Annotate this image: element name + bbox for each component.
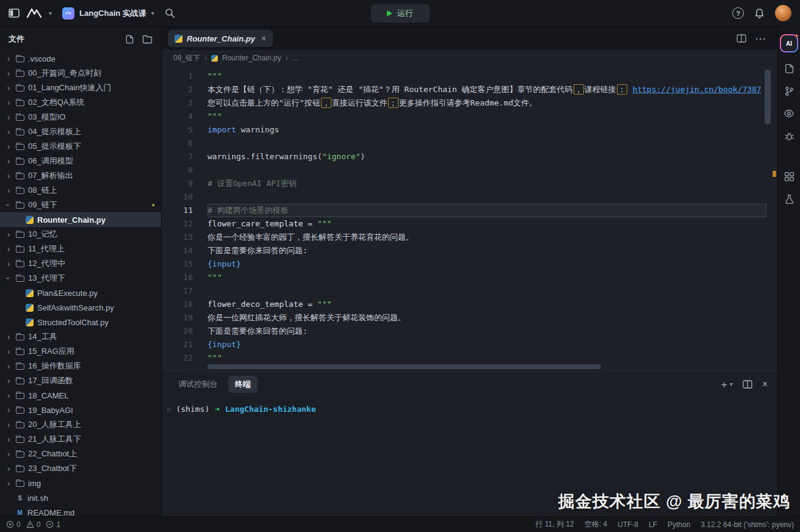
- code-editor[interactable]: 1"""2本文件是【链（下）：想学 "育花" 还是 "插花"？用 RouterC…: [162, 66, 777, 371]
- tree-folder-19_BabyAGI[interactable]: ›19_BabyAGI: [0, 403, 161, 417]
- code-line-4[interactable]: 4""": [162, 110, 777, 123]
- chevron-right-icon[interactable]: ›: [5, 464, 12, 473]
- tree-folder-05_提示模板下[interactable]: ›05_提示模板下: [0, 139, 161, 154]
- code-line-22[interactable]: 22""": [162, 351, 777, 365]
- tree-folder-20_人脉工具上[interactable]: ›20_人脉工具上: [0, 417, 161, 432]
- new-terminal-icon[interactable]: +: [721, 379, 727, 390]
- tree-folder-23_Chatbot下[interactable]: ›23_Chatbot下: [0, 461, 161, 476]
- user-avatar[interactable]: [775, 5, 791, 21]
- chevron-right-icon[interactable]: ›: [5, 435, 12, 444]
- chevron-right-icon[interactable]: ›: [5, 362, 12, 370]
- indentation-setting[interactable]: 空格: 4: [585, 519, 607, 530]
- tree-file-StructedToolChat.py[interactable]: ›StructedToolChat.py: [0, 315, 161, 329]
- tree-folder-08_链上[interactable]: ›08_链上: [0, 183, 161, 198]
- tree-folder-03_模型IO[interactable]: ›03_模型IO: [0, 110, 161, 124]
- code-line-17[interactable]: 17: [162, 284, 777, 298]
- split-panel-icon[interactable]: [743, 380, 752, 389]
- tree-folder-img[interactable]: ›img: [0, 476, 161, 491]
- tree-folder-18_CAMEL[interactable]: ›18_CAMEL: [0, 388, 161, 403]
- panel-tab-调试控制台[interactable]: 调试控制台: [171, 376, 225, 393]
- git-branch-icon[interactable]: [782, 84, 796, 98]
- breadcrumb-item[interactable]: ...: [292, 54, 298, 62]
- tree-folder-06_调用模型[interactable]: ›06_调用模型: [0, 154, 161, 168]
- tree-folder-16_操作数据库[interactable]: ›16_操作数据库: [0, 359, 161, 373]
- vertical-scrollbar[interactable]: [765, 68, 771, 362]
- tree-folder-15_RAG应用[interactable]: ›15_RAG应用: [0, 344, 161, 359]
- python-interpreter[interactable]: 3.12.2 64-bit ('shims': pyenv): [701, 520, 794, 529]
- tree-folder-12_代理中[interactable]: ›12_代理中: [0, 256, 161, 271]
- chevron-right-icon[interactable]: ›: [5, 69, 12, 77]
- ai-assistant-button[interactable]: AI: [780, 34, 798, 52]
- code-line-12[interactable]: 12flower_care_template = """: [162, 217, 777, 231]
- tree-folder-09_链下[interactable]: ›09_链下●: [0, 198, 161, 212]
- chevron-right-icon[interactable]: ›: [5, 186, 12, 195]
- search-icon[interactable]: [165, 8, 175, 18]
- terminal-dropdown-icon[interactable]: ▾: [730, 381, 733, 387]
- chevron-right-icon[interactable]: ›: [5, 376, 12, 385]
- chevron-right-icon[interactable]: ›: [5, 245, 12, 253]
- vertical-scrollbar-thumb[interactable]: [765, 70, 771, 124]
- tree-folder-14_工具[interactable]: ›14_工具: [0, 329, 161, 344]
- file-encoding[interactable]: UTF-8: [618, 520, 638, 529]
- debug-bug-icon[interactable]: [782, 129, 796, 143]
- preview-eye-icon[interactable]: [782, 107, 796, 120]
- code-line-9[interactable]: 9# 设置OpenAI API密钥: [162, 177, 777, 190]
- horizontal-scrollbar-thumb[interactable]: [207, 364, 601, 369]
- code-line-8[interactable]: 8: [162, 164, 777, 177]
- chevron-right-icon[interactable]: ›: [5, 128, 12, 136]
- code-line-13[interactable]: 13你是一个经验丰富的园丁，擅长解答关于养花育花的问题。: [162, 231, 777, 244]
- code-line-6[interactable]: 6: [162, 137, 777, 150]
- tree-file-SelfAskwithSearch.py[interactable]: ›SelfAskwithSearch.py: [0, 300, 161, 315]
- chevron-right-icon[interactable]: ›: [5, 54, 12, 63]
- test-beaker-icon[interactable]: [782, 192, 796, 206]
- cursor-position[interactable]: 行 11, 列 12: [535, 519, 574, 530]
- workspace-selector[interactable]: LangChain 实战课 ▾: [59, 5, 158, 22]
- code-line-7[interactable]: 7warnings.filterwarnings("ignore"): [162, 150, 777, 164]
- chevron-right-icon[interactable]: ›: [5, 230, 12, 239]
- chevron-down-icon[interactable]: ›: [4, 275, 13, 282]
- new-file-icon[interactable]: [125, 35, 134, 44]
- info-indicator[interactable]: 1: [46, 520, 60, 529]
- chevron-right-icon[interactable]: ›: [5, 157, 12, 165]
- run-button[interactable]: 运行: [371, 4, 430, 23]
- new-folder-icon[interactable]: [142, 35, 153, 44]
- tree-file-Rounter_Chain.py[interactable]: ›Rounter_Chain.py: [0, 212, 161, 227]
- chevron-right-icon[interactable]: ›: [5, 142, 12, 151]
- split-editor-icon[interactable]: [737, 34, 746, 43]
- chevron-right-icon[interactable]: ›: [5, 347, 12, 356]
- code-line-20[interactable]: 20下面是需要你来回答的问题:: [162, 325, 777, 338]
- tree-file-Plan&Execute.py[interactable]: ›Plan&Execute.py: [0, 286, 161, 300]
- tree-folder-10_记忆[interactable]: ›10_记忆: [0, 227, 161, 242]
- close-panel-icon[interactable]: ×: [762, 379, 768, 389]
- notifications-bell-icon[interactable]: [754, 8, 765, 19]
- panel-tab-终端[interactable]: 终端: [228, 376, 258, 393]
- code-line-18[interactable]: 18flower_deco_template = """: [162, 298, 777, 311]
- code-line-5[interactable]: 5import warnings: [162, 123, 777, 137]
- tree-folder-21_人脉工具下[interactable]: ›21_人脉工具下: [0, 432, 161, 447]
- chevron-right-icon[interactable]: ›: [5, 479, 12, 487]
- close-icon[interactable]: ×: [261, 34, 266, 43]
- tree-folder-02_文档QA系统[interactable]: ›02_文档QA系统: [0, 95, 161, 110]
- code-line-21[interactable]: 21{input}: [162, 338, 777, 351]
- document-icon[interactable]: [782, 62, 796, 75]
- chevron-right-icon[interactable]: ›: [5, 171, 12, 180]
- app-logo-icon[interactable]: [26, 8, 42, 18]
- chevron-right-icon[interactable]: ›: [5, 406, 12, 414]
- tree-folder-00_开篇词_奇点时刻[interactable]: ›00_开篇词_奇点时刻: [0, 66, 161, 81]
- breadcrumb-item[interactable]: 09_链下: [173, 53, 200, 63]
- chevron-right-icon[interactable]: ›: [5, 420, 12, 429]
- breadcrumb-item[interactable]: Rounter_Chain.py: [222, 54, 281, 62]
- tree-folder-07_解析输出[interactable]: ›07_解析输出: [0, 168, 161, 183]
- tree-folder-.vscode[interactable]: ›.vscode: [0, 51, 161, 66]
- code-line-2[interactable]: 2本文件是【链（下）：想学 "育花" 还是 "插花"？用 RouterChain…: [162, 83, 777, 96]
- tree-file-README.md[interactable]: ›MREADME.md: [0, 505, 161, 516]
- code-line-19[interactable]: 19你是一位网红插花大师，擅长解答关于鲜花装饰的问题。: [162, 311, 777, 325]
- tree-file-init.sh[interactable]: ›$init.sh: [0, 491, 161, 505]
- tree-folder-17_回调函数[interactable]: ›17_回调函数: [0, 373, 161, 388]
- chevron-right-icon[interactable]: ›: [5, 391, 12, 400]
- help-icon[interactable]: [732, 7, 744, 19]
- warnings-indicator[interactable]: 0: [26, 520, 41, 529]
- eol-setting[interactable]: LF: [649, 520, 657, 529]
- code-line-11[interactable]: 11# 构建两个场景的模板: [162, 204, 777, 217]
- language-mode[interactable]: Python: [668, 520, 690, 529]
